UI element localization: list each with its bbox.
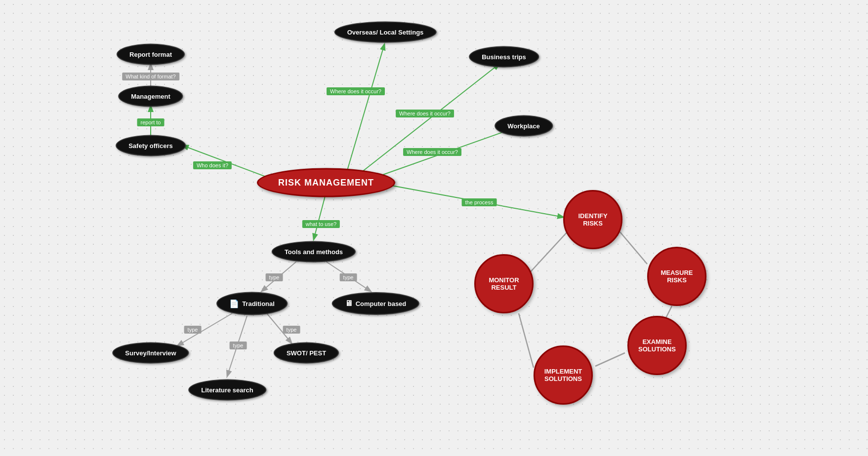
where1-text: Where does it occur? xyxy=(327,87,385,95)
examine-solutions-label: EXAMINE SOLUTIONS xyxy=(627,316,687,375)
safety-officers-label: Safety officers xyxy=(116,135,186,156)
where2-text: Where does it occur? xyxy=(396,110,454,117)
type1-label: type xyxy=(266,273,283,281)
where2-label: Where does it occur? xyxy=(396,110,454,117)
overseas-label: Overseas/ Local Settings xyxy=(334,22,437,43)
tools-methods-node: Tools and methods xyxy=(272,241,356,263)
swot-label: SWOT/ PEST xyxy=(274,342,339,364)
safety-officers-node: Safety officers xyxy=(116,135,186,156)
type1-text: type xyxy=(266,273,283,281)
identify-risks-node: IDENTIFY RISKS xyxy=(563,190,622,249)
monitor-result-node: MONITOR RESULT xyxy=(474,254,534,313)
type3-text: type xyxy=(184,326,202,334)
what-format-text: What kind of format? xyxy=(122,73,179,80)
type2-text: type xyxy=(340,273,357,281)
traditional-label: 📄 Traditional xyxy=(216,292,288,315)
connections-svg xyxy=(0,0,868,456)
literature-label: Literature search xyxy=(188,380,266,401)
computer-based-label: 🖥 Computer based xyxy=(332,292,419,315)
examine-solutions-node: EXAMINE SOLUTIONS xyxy=(627,316,687,375)
svg-line-17 xyxy=(529,231,568,274)
what-to-use-text: what to use? xyxy=(302,220,340,228)
where3-label: Where does it occur? xyxy=(403,148,461,156)
svg-line-1 xyxy=(356,64,499,177)
survey-node: Survey/Interview xyxy=(112,342,189,364)
report-to-text: report to xyxy=(137,118,165,126)
who-does-it-text: Who does it? xyxy=(193,161,232,169)
computer-icon: 🖥 xyxy=(345,299,353,308)
computer-based-node: 🖥 Computer based xyxy=(332,292,419,315)
traditional-icon: 📄 xyxy=(229,299,239,308)
the-process-label: the process xyxy=(462,198,497,206)
type2-label: type xyxy=(340,273,357,281)
literature-node: Literature search xyxy=(188,380,266,401)
svg-line-0 xyxy=(346,44,384,175)
type5-text: type xyxy=(283,326,300,334)
the-process-text: the process xyxy=(462,198,497,206)
where1-label: Where does it occur? xyxy=(327,87,385,95)
traditional-node: 📄 Traditional xyxy=(216,292,288,315)
who-does-it-label: Who does it? xyxy=(193,161,232,169)
risk-management-label: RISK MANAGEMENT xyxy=(257,168,395,197)
what-format-label: What kind of format? xyxy=(122,73,179,80)
where3-text: Where does it occur? xyxy=(403,148,461,156)
type4-label: type xyxy=(230,342,247,349)
management-label: Management xyxy=(118,86,183,107)
report-format-node: Report format xyxy=(117,44,185,65)
measure-risks-node: MEASURE RISKS xyxy=(647,247,706,306)
swot-node: SWOT/ PEST xyxy=(274,342,339,364)
workplace-node: Workplace xyxy=(495,115,553,137)
what-to-use-label: what to use? xyxy=(302,220,340,228)
monitor-result-label: MONITOR RESULT xyxy=(474,254,534,313)
measure-risks-label: MEASURE RISKS xyxy=(647,247,706,306)
business-trips-label: Business trips xyxy=(469,46,539,68)
workplace-label: Workplace xyxy=(495,115,553,137)
type4-text: type xyxy=(230,342,247,349)
svg-line-16 xyxy=(519,313,534,368)
type5-label: type xyxy=(283,326,300,334)
implement-solutions-node: IMPLEMENT SOLUTIONS xyxy=(534,345,593,405)
tools-methods-label: Tools and methods xyxy=(272,241,356,263)
report-format-label: Report format xyxy=(117,44,185,65)
identify-risks-label: IDENTIFY RISKS xyxy=(563,190,622,249)
report-to-label: report to xyxy=(137,118,165,126)
svg-line-15 xyxy=(595,353,625,366)
survey-label: Survey/Interview xyxy=(112,342,189,364)
svg-line-6 xyxy=(314,192,326,239)
type3-label: type xyxy=(184,326,202,334)
business-trips-node: Business trips xyxy=(469,46,539,68)
overseas-node: Overseas/ Local Settings xyxy=(334,22,437,43)
svg-line-13 xyxy=(620,232,647,264)
management-node: Management xyxy=(118,86,183,107)
implement-solutions-label: IMPLEMENT SOLUTIONS xyxy=(534,345,593,405)
risk-management-node: RISK MANAGEMENT xyxy=(257,168,395,197)
